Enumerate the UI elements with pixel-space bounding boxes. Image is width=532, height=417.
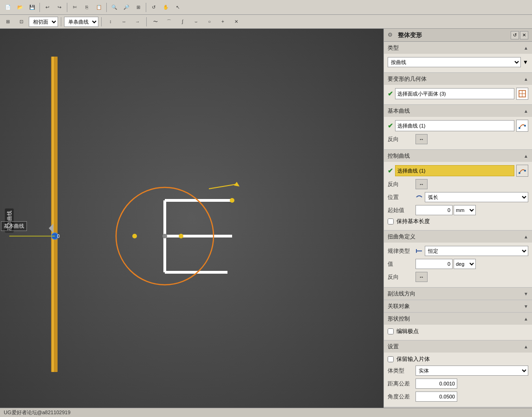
control-curve-reverse-btn[interactable]: ↔ <box>415 179 428 189</box>
cut-btn[interactable]: ✄ <box>69 2 80 13</box>
position-label: 位置 <box>388 193 415 201</box>
toolbar2-btn1[interactable]: ⊞ <box>2 16 13 27</box>
toolbar-top: 📄 📂 💾 ↩ ↪ ✄ ⎘ 📋 🔍 🔎 ⊞ ↺ ✋ ↖ <box>0 0 532 15</box>
sep7 <box>146 17 147 26</box>
toolbar2-btn2[interactable]: ⊡ <box>16 16 27 27</box>
type-section-body: 按曲线 ▼ <box>384 54 532 72</box>
angle-tol-input[interactable] <box>415 391 457 402</box>
arrows-btn[interactable]: ↕ <box>105 16 116 27</box>
zoom-out-btn[interactable]: 🔎 <box>121 2 132 13</box>
base-curve-select-display[interactable]: 选择曲线 (1) <box>395 120 514 131</box>
related-obj-header[interactable]: 关联对象 ▼ <box>384 300 532 312</box>
geometry-section-header[interactable]: 要变形的几何体 ▲ <box>384 73 532 85</box>
arrows2-btn[interactable]: ↔ <box>118 16 130 27</box>
open-btn[interactable]: 📂 <box>14 2 26 13</box>
type-select[interactable]: 按曲线 <box>388 57 521 67</box>
curve2-btn[interactable]: ⌒ <box>163 16 175 27</box>
secondary-dir-title: 副法线方向 <box>388 290 524 298</box>
settings-section: 设置 ▲ 保留输入片体 体类型 实体 距离公差 <box>384 340 532 407</box>
twist-section-header[interactable]: 扭曲角定义 ▲ <box>384 231 532 243</box>
panel-close-btn[interactable]: ✕ <box>520 31 528 39</box>
law-type-row: 规律类型 恒定 <box>388 245 528 257</box>
new-btn[interactable]: 📄 <box>2 2 13 13</box>
control-curve-select-row: ✔ 选择曲线 (1) <box>388 165 528 177</box>
secondary-dir-header[interactable]: 副法线方向 ▼ <box>384 288 532 300</box>
geometry-icon-btn[interactable] <box>516 88 528 100</box>
twist-section-title: 扭曲角定义 <box>388 233 524 241</box>
start-value-row: 起始值 mm <box>388 205 528 216</box>
keep-input-checkbox[interactable] <box>388 356 394 362</box>
twist-value-input[interactable] <box>415 259 453 269</box>
shape-control-title: 形状控制 <box>388 315 524 323</box>
geometry-chevron-icon: ▲ <box>524 77 528 82</box>
curve-select[interactable]: 单条曲线 <box>64 17 98 27</box>
secondary-dir-chevron-icon: ▼ <box>524 291 528 296</box>
related-obj-title: 关联对象 <box>388 302 524 310</box>
control-curve-icon-btn[interactable] <box>516 165 528 177</box>
canvas-label-box: 基本曲线 <box>1 221 27 231</box>
settings-header[interactable]: 设置 ▲ <box>384 340 532 353</box>
copy-btn[interactable]: ⎘ <box>81 2 92 13</box>
undo-btn[interactable]: ↩ <box>42 2 53 13</box>
base-curve-reverse-btn[interactable]: ↔ <box>415 134 428 144</box>
cross-btn[interactable]: ✕ <box>231 16 242 27</box>
right-panel: ⚙ 整体变形 ↺ ✕ 类型 ▲ 按曲线 ▼ <box>383 29 532 408</box>
twist-value-label: 值 <box>388 260 415 268</box>
select-btn[interactable]: ↖ <box>172 2 183 13</box>
panel-refresh-btn[interactable]: ↺ <box>511 31 519 39</box>
body-type-select[interactable]: 实体 <box>415 366 528 376</box>
base-curve-section-header[interactable]: 基本曲线 ▲ <box>384 105 532 117</box>
twist-reverse-btn[interactable]: ↔ <box>415 272 428 282</box>
twist-unit-select[interactable]: deg <box>454 259 476 269</box>
keep-length-checkbox[interactable] <box>388 218 394 225</box>
type-section-header[interactable]: 类型 ▲ <box>384 42 532 54</box>
shape-control-header[interactable]: 形状控制 ▲ <box>384 313 532 325</box>
control-curve-reverse-row: 反向 ↔ <box>388 179 528 190</box>
zoom-in-btn[interactable]: 🔍 <box>109 2 120 13</box>
shape-control-body: 编辑极点 <box>384 325 532 340</box>
geometry-select-display[interactable]: 选择面或小平面体 (3) <box>395 88 514 99</box>
twist-section-body: 规律类型 恒定 值 deg 反向 <box>384 243 532 287</box>
svg-point-21 <box>519 127 520 129</box>
save-btn[interactable]: 💾 <box>26 2 38 13</box>
control-curve-select-display[interactable]: 选择曲线 (1) <box>395 165 514 176</box>
distance-tol-row: 距离公差 <box>388 378 528 389</box>
sep3 <box>106 3 107 12</box>
sep1 <box>39 3 40 12</box>
law-type-label: 规律类型 <box>388 247 415 255</box>
edit-poles-checkbox[interactable] <box>388 328 394 334</box>
pan-btn[interactable]: ✋ <box>160 2 171 13</box>
circle-btn[interactable]: ○ <box>204 16 215 27</box>
panel-header: ⚙ 整体变形 ↺ ✕ <box>384 29 532 42</box>
law-type-select[interactable]: 恒定 <box>425 246 528 256</box>
curve4-btn[interactable]: ⌣ <box>190 16 201 27</box>
twist-section: 扭曲角定义 ▲ 规律类型 恒定 值 deg <box>384 231 532 288</box>
base-curve-icon-btn[interactable] <box>516 120 528 132</box>
geometry-section-title: 要变形的几何体 <box>388 75 524 83</box>
related-obj-chevron-icon: ▼ <box>524 304 528 309</box>
redo-btn[interactable]: ↪ <box>54 2 65 13</box>
canvas-area[interactable]: 0 基本曲线 基本 <box>0 29 383 408</box>
control-curve-section-header[interactable]: 控制曲线 ▲ <box>384 150 532 162</box>
start-value-input[interactable] <box>415 205 453 215</box>
curve1-btn[interactable]: 〜 <box>150 16 161 27</box>
control-curve-check-icon: ✔ <box>388 167 393 174</box>
panel-title: 整体变形 <box>398 31 511 39</box>
start-unit-select[interactable]: mm <box>454 205 476 215</box>
base-curve-section-title: 基本曲线 <box>388 107 524 115</box>
svg-point-14 <box>230 198 234 203</box>
angle-tol-label: 角度公差 <box>388 393 415 401</box>
paste-btn[interactable]: 📋 <box>93 2 104 13</box>
distance-tol-input[interactable] <box>415 379 457 389</box>
geometry-select-row: ✔ 选择面或小平面体 (3) <box>388 88 528 100</box>
rotate-btn[interactable]: ↺ <box>148 2 159 13</box>
position-select[interactable]: 弧长 <box>425 192 528 202</box>
sep2 <box>67 3 67 12</box>
control-curve-section-body: ✔ 选择曲线 (1) 反向 ↔ 位置 <box>384 162 532 230</box>
fit-btn[interactable]: ⊞ <box>133 2 144 13</box>
svg-point-17 <box>179 234 183 238</box>
view-select[interactable]: 相切面 <box>29 17 58 27</box>
plus-btn[interactable]: + <box>217 16 228 27</box>
arrow-right-btn[interactable]: → <box>132 16 143 27</box>
curve3-btn[interactable]: ∫ <box>177 16 188 27</box>
